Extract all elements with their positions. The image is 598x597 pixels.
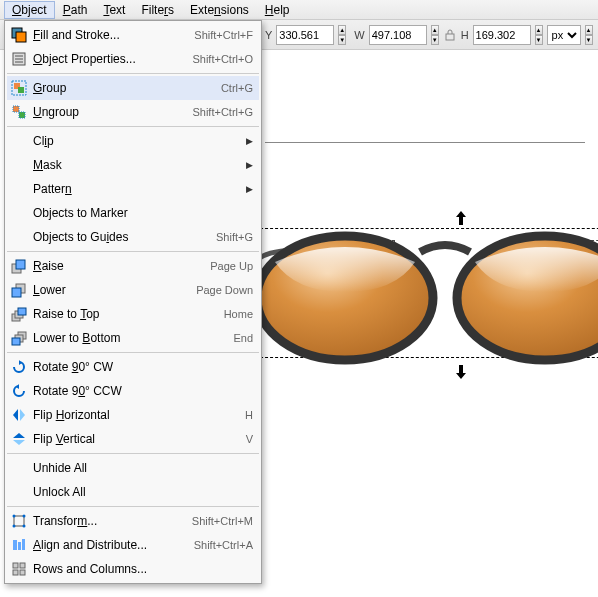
align-icon xyxy=(9,536,29,554)
menuitem-ungroup[interactable]: UngroupShift+Ctrl+G xyxy=(7,100,259,124)
menuitem-unlock-all[interactable]: Unlock All xyxy=(7,480,259,504)
menuitem-label: Rotate 90° CCW xyxy=(33,384,253,398)
shortcut: Shift+Ctrl+A xyxy=(194,539,253,551)
menuitem-label: Unhide All xyxy=(33,461,253,475)
svg-rect-31 xyxy=(22,539,25,550)
ungroup-icon xyxy=(9,103,29,121)
shortcut: Page Up xyxy=(210,260,253,272)
menuitem-lower-to-bottom[interactable]: Lower to BottomEnd xyxy=(7,326,259,350)
blank-icon xyxy=(9,132,29,150)
shortcut: Home xyxy=(224,308,253,320)
raise-icon xyxy=(9,257,29,275)
svg-rect-24 xyxy=(14,516,24,526)
menuitem-label: Objects to Marker xyxy=(33,206,253,220)
menu-object[interactable]: Object xyxy=(4,1,55,19)
svg-rect-23 xyxy=(12,338,20,345)
menuitem-label: Clip xyxy=(33,134,246,148)
blank-icon xyxy=(9,459,29,477)
shortcut: Ctrl+G xyxy=(221,82,253,94)
menuitem-flip-vertical[interactable]: Flip VerticalV xyxy=(7,427,259,451)
flip-v-icon xyxy=(9,430,29,448)
shortcut: H xyxy=(245,409,253,421)
lower-bottom-icon xyxy=(9,329,29,347)
menuitem-rotate-90-ccw[interactable]: Rotate 90° CCW xyxy=(7,379,259,403)
submenu-arrow-icon: ▶ xyxy=(246,184,253,194)
menu-filters[interactable]: Filters xyxy=(133,1,182,19)
h-spinner[interactable]: ▲▼ xyxy=(535,25,543,45)
lock-icon[interactable] xyxy=(443,26,457,44)
shortcut: V xyxy=(246,433,253,445)
menuitem-label: Flip Vertical xyxy=(33,432,246,446)
lower-icon xyxy=(9,281,29,299)
svg-rect-4 xyxy=(16,32,26,42)
shortcut: Shift+Ctrl+G xyxy=(192,106,253,118)
menuitem-objects-to-guides[interactable]: Objects to GuidesShift+G xyxy=(7,225,259,249)
menuitem-raise-to-top[interactable]: Raise to TopHome xyxy=(7,302,259,326)
obj-prop-icon xyxy=(9,50,29,68)
menuitem-flip-horizontal[interactable]: Flip HorizontalH xyxy=(7,403,259,427)
rotate-cw-icon xyxy=(9,358,29,376)
menuitem-raise[interactable]: RaisePage Up xyxy=(7,254,259,278)
y-input[interactable] xyxy=(276,25,334,45)
svg-rect-15 xyxy=(16,260,25,269)
menuitem-unhide-all[interactable]: Unhide All xyxy=(7,456,259,480)
menuitem-clip[interactable]: Clip▶ xyxy=(7,129,259,153)
unit-spinner[interactable]: ▲▼ xyxy=(585,25,593,45)
w-input[interactable] xyxy=(369,25,427,45)
svg-point-25 xyxy=(13,515,16,518)
menuitem-align-and-distribute-[interactable]: Align and Distribute...Shift+Ctrl+A xyxy=(7,533,259,557)
menuitem-transform-[interactable]: Transform...Shift+Ctrl+M xyxy=(7,509,259,533)
menu-path[interactable]: Path xyxy=(55,1,96,19)
fill-stroke-icon xyxy=(9,26,29,44)
svg-rect-29 xyxy=(13,540,17,550)
menuitem-label: Lower to Bottom xyxy=(33,331,233,345)
rotate-ccw-icon xyxy=(9,382,29,400)
menuitem-rotate-90-cw[interactable]: Rotate 90° CW xyxy=(7,355,259,379)
blank-icon xyxy=(9,156,29,174)
blank-icon xyxy=(9,204,29,222)
unit-select[interactable]: px xyxy=(547,25,581,45)
svg-rect-11 xyxy=(18,87,24,93)
shortcut: Shift+Ctrl+F xyxy=(194,29,253,41)
svg-rect-13 xyxy=(19,112,25,118)
menuitem-label: Pattern xyxy=(33,182,246,196)
menuitem-label: Align and Distribute... xyxy=(33,538,194,552)
menuitem-pattern[interactable]: Pattern▶ xyxy=(7,177,259,201)
w-spinner[interactable]: ▲▼ xyxy=(431,25,439,45)
svg-rect-32 xyxy=(13,563,18,568)
menuitem-label: Raise xyxy=(33,259,210,273)
menuitem-fill-and-stroke-[interactable]: Fill and Stroke...Shift+Ctrl+F xyxy=(7,23,259,47)
menuitem-label: Rotate 90° CW xyxy=(33,360,253,374)
submenu-arrow-icon: ▶ xyxy=(246,136,253,146)
shortcut: Shift+Ctrl+M xyxy=(192,515,253,527)
menuitem-label: Group xyxy=(33,81,221,95)
menu-extensions[interactable]: Extensions xyxy=(182,1,257,19)
svg-rect-34 xyxy=(13,570,18,575)
menuitem-label: Object Properties... xyxy=(33,52,192,66)
h-input[interactable] xyxy=(473,25,531,45)
menuitem-label: Raise to Top xyxy=(33,307,224,321)
menuitem-group[interactable]: GroupCtrl+G xyxy=(7,76,259,100)
sunglasses-image xyxy=(245,220,598,380)
shortcut: End xyxy=(233,332,253,344)
svg-rect-12 xyxy=(13,106,19,112)
menu-help[interactable]: Help xyxy=(257,1,298,19)
svg-rect-17 xyxy=(12,288,21,297)
menuitem-objects-to-marker[interactable]: Objects to Marker xyxy=(7,201,259,225)
transform-icon xyxy=(9,512,29,530)
object-menu-dropdown: Fill and Stroke...Shift+Ctrl+FObject Pro… xyxy=(4,20,262,584)
menuitem-object-properties-[interactable]: Object Properties...Shift+Ctrl+O xyxy=(7,47,259,71)
menuitem-label: Mask xyxy=(33,158,246,172)
group-icon xyxy=(9,79,29,97)
svg-point-28 xyxy=(23,525,26,528)
canvas[interactable] xyxy=(265,50,598,597)
menuitem-rows-and-columns-[interactable]: Rows and Columns... xyxy=(7,557,259,581)
svg-rect-0 xyxy=(446,34,454,40)
menuitem-mask[interactable]: Mask▶ xyxy=(7,153,259,177)
shortcut: Shift+Ctrl+O xyxy=(192,53,253,65)
y-spinner[interactable]: ▲▼ xyxy=(338,25,346,45)
shortcut: Shift+G xyxy=(216,231,253,243)
menuitem-lower[interactable]: LowerPage Down xyxy=(7,278,259,302)
menu-text[interactable]: Text xyxy=(95,1,133,19)
menuitem-label: Ungroup xyxy=(33,105,192,119)
